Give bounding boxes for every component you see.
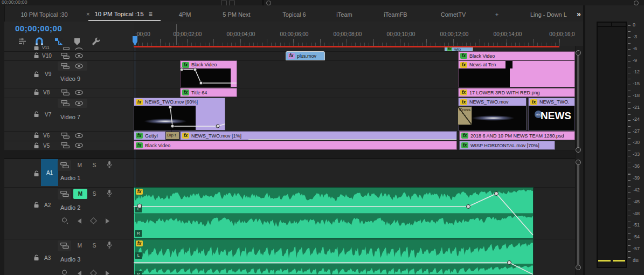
volume-rubber-band[interactable] [134,187,534,239]
track-label[interactable]: V11 [42,45,50,50]
tab-comettv[interactable]: CometTV [441,11,466,18]
toggle-track-output-icon[interactable] [75,53,83,58]
next-keyframe-icon[interactable] [106,218,109,224]
lock-icon[interactable] [33,52,39,59]
track-name[interactable]: Audio 1 [60,175,80,181]
track-label[interactable]: V10 [42,53,52,59]
source-patch-a1[interactable]: A1 [41,159,58,186]
next-keyframe-icon[interactable] [106,271,109,275]
scrollbar-handle[interactable] [576,50,581,56]
track-target-icon[interactable] [61,63,70,70]
tab-10pm-topical-15[interactable]: × 10 PM Topical :15 ≡ [86,10,152,18]
solo-button[interactable]: S [91,191,98,197]
add-keyframe-icon[interactable] [61,217,69,224]
tab-menu-icon[interactable]: ≡ [149,10,152,18]
lock-icon[interactable] [33,132,39,139]
add-keyframe-icon[interactable] [61,270,69,275]
volume-rubber-band[interactable] [134,239,534,275]
wrench-settings-icon[interactable] [92,37,100,47]
mute-button[interactable]: M [76,243,84,249]
track-label[interactable]: V6 [43,133,50,139]
track-name[interactable]: Video 7 [60,114,80,120]
solo-button[interactable]: S [91,162,98,168]
clip-wisp-horizontal[interactable]: fxWISP HORIZONTAL.mov [70%] [459,141,555,150]
tab-iteam[interactable]: iTeam [336,11,352,18]
timeline-settings-icon[interactable] [18,37,27,46]
transition-cross-dissolve[interactable]: Cross [458,106,472,125]
solo-button[interactable]: S [91,243,98,249]
mute-button-active[interactable]: M [73,189,87,199]
voiceover-mic-icon[interactable] [107,161,112,168]
upper-panel-timecode: 00;00;00;00 [2,0,27,5]
scrollbar-handle[interactable] [576,265,581,270]
opacity-rubber-band[interactable] [134,98,225,130]
track-target-icon[interactable] [61,142,70,149]
tab-iteamfb[interactable]: iTeamFB [384,11,407,18]
toggle-track-output-icon[interactable] [75,143,83,148]
lock-icon[interactable] [33,142,39,149]
tab-10pm-topical-30[interactable]: 10 PM Topical :30 [20,11,67,18]
track-target-icon[interactable] [61,90,70,96]
scrollbar-handle[interactable] [576,160,581,165]
clip-news-at-ten[interactable]: fxNews at Ten [458,60,575,87]
toggle-track-output-icon[interactable] [75,64,83,68]
new-tab-button[interactable]: + [495,11,498,18]
opacity-rubber-band[interactable] [180,60,237,87]
clip-title-64[interactable]: fxTitle 64 [180,88,237,97]
track-label[interactable]: V5 [43,143,50,149]
lock-icon[interactable] [33,170,39,177]
clip-lower-third[interactable]: fx17 LOWER 3RD WITH RED.png [458,88,575,97]
track-label[interactable]: V8 [43,90,50,95]
meter-bars[interactable] [597,26,627,268]
track-target-icon[interactable] [61,133,70,139]
track-target-icon[interactable] [61,53,70,59]
track-name[interactable]: Video 9 [60,75,80,82]
clip-news-two-1pct[interactable]: fxNEWS_TWO.mov [1%] [180,131,457,140]
clip-black-video-v5[interactable]: fxBlack Video [134,141,457,150]
scrollbar-handle[interactable] [576,147,581,153]
track-target-icon[interactable] [60,162,69,169]
lock-icon[interactable] [33,255,39,261]
prev-keyframe-icon[interactable] [78,271,81,275]
track-target-icon[interactable] [61,100,70,107]
tab-topical-6[interactable]: Topical 6 [282,11,306,18]
tab-overflow-chevron[interactable]: » [577,10,581,18]
track-target-icon[interactable] [61,47,70,51]
voiceover-mic-icon[interactable] [107,189,112,197]
lock-icon[interactable] [33,111,39,118]
track-name[interactable]: Audio 3 [60,256,80,263]
audio-meter-panel[interactable]: 0-3-6-9-12-15-18-21-24-27-30-33-36-39-42… [585,5,644,275]
prev-keyframe-icon[interactable] [78,218,81,224]
video-scrollbar[interactable] [577,54,579,148]
lock-icon[interactable] [33,71,39,78]
toggle-track-output-icon[interactable] [75,47,83,50]
lock-icon[interactable] [33,89,39,95]
volume-rubber-band[interactable] [248,139,456,140]
tab-5pm-next[interactable]: 5 PM Next [223,11,250,18]
toggle-track-output-icon[interactable] [75,90,83,95]
track-target-icon[interactable] [60,243,69,249]
linked-selection-icon[interactable] [54,37,64,46]
meter-scale-label: -42 [633,188,640,192]
track-target-icon[interactable] [60,191,69,197]
toggle-track-output-icon[interactable] [75,101,83,106]
lock-icon[interactable] [33,202,39,208]
track-label[interactable]: V7 [45,112,51,118]
mute-button[interactable]: M [76,162,84,168]
track-label[interactable]: V9 [45,71,51,77]
tab-4pm[interactable]: 4PM [179,11,191,18]
clip-news-team-psd[interactable]: fx2018 6 AND 10 PM NEWS TEAM 1280.psd [459,131,575,140]
tab-ling-down[interactable]: Ling - Down L [530,11,568,18]
lock-icon[interactable] [33,46,39,51]
clip-news-two-b[interactable]: fxNEWS_TWO. abc NEWS [528,98,575,130]
track-label[interactable]: A3 [44,255,51,261]
transition-dip-to-black[interactable]: Dip t [165,132,179,140]
track-name[interactable]: Audio 2 [60,204,80,211]
audio-scrollbar[interactable] [577,163,579,266]
clip-plus-mov[interactable]: fxplus.mov [286,51,325,60]
close-tab-icon[interactable]: × [86,11,89,17]
voiceover-mic-icon[interactable] [107,241,112,249]
track-label[interactable]: A2 [44,202,51,208]
toggle-track-output-icon[interactable] [75,133,83,138]
clip-black-video-v10[interactable]: fxBlack Video [458,51,575,60]
